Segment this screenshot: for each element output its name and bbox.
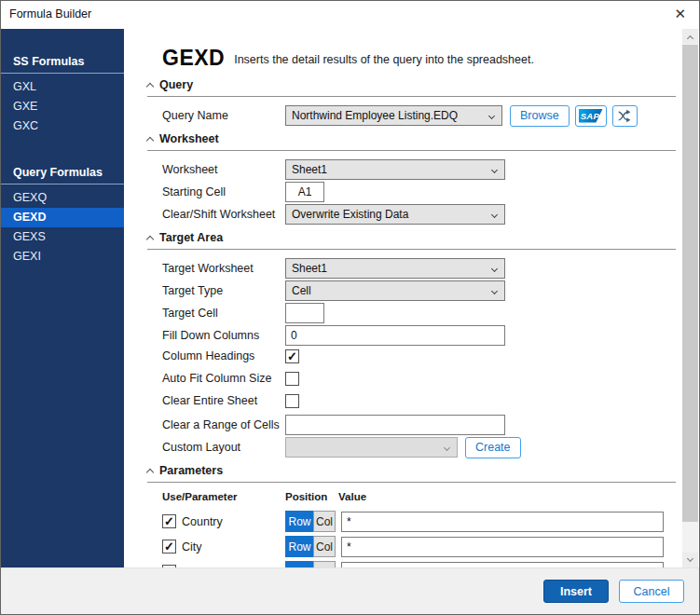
target-cell-input[interactable] bbox=[285, 303, 324, 323]
sidebar-item-gexs[interactable]: GEXS bbox=[1, 227, 124, 247]
row-toggle-button[interactable]: Row bbox=[285, 511, 313, 532]
sidebar-item-gexi[interactable]: GEXI bbox=[1, 247, 124, 266]
sap-logon-button[interactable]: SAP bbox=[575, 105, 607, 127]
swap-query-button[interactable] bbox=[612, 105, 638, 127]
sap-logo-icon: SAP bbox=[579, 109, 603, 123]
worksheet-row: Worksheet Sheet1 bbox=[162, 159, 676, 180]
chevron-down-icon bbox=[687, 555, 693, 562]
target-type-row: Target Type Cell bbox=[162, 280, 676, 301]
query-name-row: Query Name Northwind Employee Listing.ED… bbox=[162, 105, 676, 126]
col-toggle-button[interactable]: Col bbox=[313, 511, 336, 532]
query-name-label: Query Name bbox=[162, 109, 285, 122]
formula-code: GEXD bbox=[162, 46, 225, 71]
sidebar: SS Formulas GXL GXE GXC Query Formulas G… bbox=[1, 29, 124, 567]
parameter-name: City bbox=[182, 540, 202, 554]
section-header-query[interactable]: Query bbox=[147, 78, 676, 97]
fill-down-row: Fill Down Columns bbox=[162, 325, 676, 346]
clear-entire-sheet-row: Clear Entire Sheet ✓ bbox=[162, 392, 676, 409]
scrollbar-thumb[interactable] bbox=[682, 45, 698, 522]
custom-layout-select[interactable] bbox=[285, 437, 458, 458]
sidebar-item-gxc[interactable]: GXC bbox=[1, 116, 124, 136]
custom-layout-row: Custom Layout Create bbox=[162, 437, 676, 458]
auto-fit-label: Auto Fit Column Size bbox=[162, 372, 285, 385]
city-position-toggle: Row Col bbox=[285, 536, 336, 557]
query-name-select[interactable]: Northwind Employee Listing.EDQ bbox=[285, 105, 502, 126]
sidebar-item-gxe[interactable]: GXE bbox=[1, 97, 124, 116]
title-bar: Formula Builder ✕ bbox=[1, 1, 699, 29]
shuffle-icon bbox=[617, 108, 633, 124]
column-headings-row: Column Headings ✓ bbox=[162, 348, 676, 364]
collapse-icon bbox=[146, 137, 154, 144]
target-cell-label: Target Cell bbox=[162, 307, 285, 320]
scroll-down-button[interactable] bbox=[682, 553, 698, 567]
column-headings-checkbox[interactable]: ✓ bbox=[285, 349, 299, 363]
sidebar-section-ss-formulas: SS Formulas bbox=[1, 51, 124, 74]
parameter-name: Country bbox=[182, 515, 223, 528]
check-icon: ✓ bbox=[287, 350, 297, 362]
target-worksheet-select[interactable]: Sheet1 bbox=[285, 258, 505, 279]
page-heading: GEXD Inserts the detail results of the q… bbox=[162, 44, 676, 72]
vertical-scrollbar[interactable] bbox=[682, 29, 698, 567]
worksheet-select[interactable]: Sheet1 bbox=[285, 159, 505, 180]
clear-entire-sheet-checkbox[interactable]: ✓ bbox=[285, 394, 299, 408]
fill-down-input[interactable] bbox=[285, 325, 505, 346]
main-content: GEXD Inserts the detail results of the q… bbox=[124, 29, 681, 567]
target-type-label: Target Type bbox=[162, 284, 285, 297]
cancel-button[interactable]: Cancel bbox=[619, 580, 684, 603]
parameter-row-age: ✓ Age Row Col bbox=[162, 561, 676, 567]
clear-shift-row: Clear/Shift Worksheet Overwrite Existing… bbox=[162, 204, 676, 225]
check-icon: ✓ bbox=[164, 515, 174, 527]
parameters-table-header: Use/Parameter Position Value bbox=[162, 491, 676, 506]
target-type-select[interactable]: Cell bbox=[285, 280, 505, 301]
col-toggle-button[interactable]: Col bbox=[313, 536, 336, 557]
clear-range-row: Clear a Range of Cells bbox=[162, 415, 676, 435]
target-worksheet-row: Target Worksheet Sheet1 bbox=[162, 258, 676, 279]
country-position-toggle: Row Col bbox=[285, 511, 336, 532]
city-checkbox[interactable]: ✓ bbox=[162, 540, 176, 554]
starting-cell-label: Starting Cell bbox=[162, 185, 285, 198]
city-value-input[interactable] bbox=[341, 537, 664, 557]
footer-bar: Insert Cancel bbox=[1, 567, 699, 614]
starting-cell-input[interactable] bbox=[285, 182, 324, 202]
sidebar-section-query-formulas: Query Formulas bbox=[1, 162, 124, 184]
browse-button[interactable]: Browse bbox=[510, 105, 570, 127]
clear-shift-label: Clear/Shift Worksheet bbox=[162, 208, 285, 221]
check-icon: ✓ bbox=[164, 540, 174, 553]
sidebar-item-gexd[interactable]: GEXD bbox=[1, 208, 124, 227]
scroll-up-button[interactable] bbox=[682, 29, 698, 44]
parameter-row-city: ✓ City Row Col bbox=[162, 536, 676, 557]
insert-button[interactable]: Insert bbox=[543, 580, 609, 603]
country-checkbox[interactable]: ✓ bbox=[162, 514, 176, 528]
clear-range-label: Clear a Range of Cells bbox=[162, 418, 285, 431]
sidebar-item-gexq[interactable]: GEXQ bbox=[1, 188, 124, 208]
chevron-down-icon bbox=[444, 444, 450, 451]
section-header-target-area[interactable]: Target Area bbox=[147, 231, 676, 250]
clear-range-input[interactable] bbox=[285, 415, 505, 435]
auto-fit-checkbox[interactable]: ✓ bbox=[285, 372, 299, 386]
column-headings-label: Column Headings bbox=[162, 349, 285, 362]
clear-shift-select[interactable]: Overwrite Existing Data bbox=[285, 204, 505, 225]
section-header-worksheet[interactable]: Worksheet bbox=[147, 132, 676, 151]
value-column-header: Value bbox=[338, 491, 366, 506]
auto-fit-row: Auto Fit Column Size ✓ bbox=[162, 370, 676, 387]
parameter-row-country: ✓ Country Row Col bbox=[162, 511, 676, 532]
clear-entire-sheet-label: Clear Entire Sheet bbox=[162, 394, 285, 407]
close-icon[interactable]: ✕ bbox=[674, 5, 686, 23]
col-toggle-button[interactable]: Col bbox=[313, 561, 336, 567]
use-parameter-column-header: Use/Parameter bbox=[162, 491, 285, 506]
row-toggle-button[interactable]: Row bbox=[285, 561, 313, 567]
target-worksheet-label: Target Worksheet bbox=[162, 262, 285, 275]
fill-down-label: Fill Down Columns bbox=[162, 329, 285, 342]
worksheet-label: Worksheet bbox=[162, 163, 285, 176]
collapse-icon bbox=[146, 469, 154, 476]
country-value-input[interactable] bbox=[341, 512, 664, 532]
sidebar-item-gxl[interactable]: GXL bbox=[1, 77, 124, 97]
age-position-toggle: Row Col bbox=[285, 561, 336, 567]
collapse-icon bbox=[146, 83, 154, 90]
section-header-parameters[interactable]: Parameters bbox=[147, 464, 676, 483]
target-cell-row: Target Cell bbox=[162, 303, 676, 323]
chevron-up-icon bbox=[687, 34, 693, 41]
create-layout-button[interactable]: Create bbox=[465, 437, 521, 458]
formula-description: Inserts the detail results of the query … bbox=[234, 49, 534, 66]
row-toggle-button[interactable]: Row bbox=[285, 536, 313, 557]
